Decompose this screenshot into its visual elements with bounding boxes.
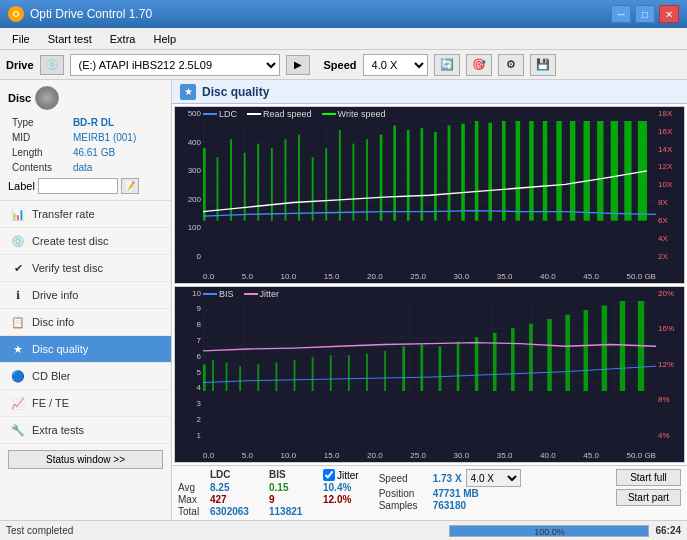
svg-rect-2: [217, 157, 219, 220]
bis-x-axis: 0.0 5.0 10.0 15.0 20.0 25.0 30.0 35.0 40…: [203, 451, 656, 460]
progress-bar: 100.0%: [449, 525, 649, 537]
svg-rect-17: [420, 128, 423, 220]
cd-bler-label: CD Bler: [32, 370, 71, 382]
sidebar-item-disc-quality[interactable]: ★Disc quality: [0, 336, 171, 363]
svg-rect-22: [488, 123, 492, 221]
svg-rect-4: [244, 153, 246, 221]
svg-rect-55: [547, 319, 552, 391]
sidebar-item-fe-te[interactable]: 📈FE / TE: [0, 390, 171, 417]
svg-rect-20: [461, 124, 465, 221]
bis-chart-legend: BIS Jitter: [203, 289, 279, 299]
svg-rect-36: [212, 359, 214, 391]
refresh-button[interactable]: 🔄: [434, 54, 460, 76]
svg-rect-7: [285, 139, 287, 221]
svg-rect-32: [624, 121, 631, 221]
extra-tests-label: Extra tests: [32, 424, 84, 436]
disc-label-input[interactable]: [38, 178, 118, 194]
start-part-button[interactable]: Start part: [616, 489, 681, 506]
menu-extra[interactable]: Extra: [102, 31, 144, 47]
svg-rect-1: [203, 148, 206, 220]
svg-rect-16: [407, 130, 410, 221]
ldc-legend: LDC: [203, 109, 237, 119]
speed-info-value: 1.73 X: [433, 473, 462, 484]
sidebar-item-create-test-disc[interactable]: 💿Create test disc: [0, 228, 171, 255]
svg-rect-38: [239, 366, 241, 391]
max-bis: 9: [269, 494, 319, 505]
svg-rect-10: [325, 148, 327, 220]
samples-value: 763180: [433, 500, 466, 511]
fe-te-icon: 📈: [10, 395, 26, 411]
extra-tests-icon: 🔧: [10, 422, 26, 438]
main-layout: Disc Type BD-R DL MID MEIRB1 (001) Lengt…: [0, 80, 687, 520]
status-text: Test completed: [6, 525, 443, 536]
position-row: Position 47731 MB: [379, 488, 521, 499]
menu-file[interactable]: File: [4, 31, 38, 47]
drive-info-icon: ℹ: [10, 287, 26, 303]
svg-rect-21: [475, 121, 479, 221]
position-label: Position: [379, 488, 429, 499]
disc-quality-title: Disc quality: [202, 85, 269, 99]
position-value: 47731 MB: [433, 488, 479, 499]
sidebar-item-cd-bler[interactable]: 🔵CD Bler: [0, 363, 171, 390]
nav-menu: 📊Transfer rate💿Create test disc✔Verify t…: [0, 201, 171, 444]
jitter-check: Jitter: [323, 469, 359, 481]
disc-quality-icon: ★: [10, 341, 26, 357]
disc-info-table: Type BD-R DL MID MEIRB1 (001) Length 46.…: [8, 114, 163, 176]
config2-button[interactable]: ⚙: [498, 54, 524, 76]
label-set-button[interactable]: 📝: [121, 178, 139, 194]
samples-label: Samples: [379, 500, 429, 511]
avg-row: Avg 8.25 0.15 10.4%: [178, 482, 359, 493]
svg-rect-42: [312, 357, 314, 391]
start-full-button[interactable]: Start full: [616, 469, 681, 486]
mid-label: MID: [10, 131, 69, 144]
menu-start-test[interactable]: Start test: [40, 31, 100, 47]
svg-rect-52: [493, 332, 497, 391]
max-row: Max 427 9 12.0%: [178, 494, 359, 505]
sidebar-item-verify-test-disc[interactable]: ✔Verify test disc: [0, 255, 171, 282]
svg-rect-57: [584, 310, 589, 392]
speed-select[interactable]: 4.0 X: [363, 54, 428, 76]
max-ldc: 427: [210, 494, 265, 505]
svg-rect-50: [457, 341, 460, 391]
drive-select[interactable]: (E:) ATAPI iHBS212 2.5L09: [70, 54, 280, 76]
svg-rect-24: [516, 121, 521, 221]
svg-rect-14: [380, 135, 383, 221]
status-window-button[interactable]: Status window >>: [8, 450, 163, 469]
save-button[interactable]: 💾: [530, 54, 556, 76]
bis-y-axis-left: 10 9 8 7 6 5 4 3 2 1: [175, 287, 203, 443]
svg-rect-41: [294, 359, 296, 391]
length-value: 46.61 GB: [71, 146, 161, 159]
sidebar-item-disc-info[interactable]: 📋Disc info: [0, 309, 171, 336]
speed-info-select[interactable]: 4.0 X: [466, 469, 521, 487]
drive-action-icon[interactable]: ▶: [286, 55, 310, 75]
disc-length-row: Length 46.61 GB: [10, 146, 161, 159]
svg-rect-31: [611, 121, 618, 221]
max-label: Max: [178, 494, 206, 505]
minimize-button[interactable]: ─: [611, 5, 631, 23]
svg-rect-58: [602, 305, 607, 391]
svg-rect-35: [203, 364, 206, 391]
drive-eject-icon[interactable]: 💿: [40, 55, 64, 75]
svg-rect-49: [439, 346, 442, 391]
svg-rect-43: [330, 355, 332, 391]
label-field-label: Label: [8, 180, 35, 192]
svg-rect-28: [570, 121, 575, 221]
menu-help[interactable]: Help: [145, 31, 184, 47]
close-button[interactable]: ✕: [659, 5, 679, 23]
sidebar-item-transfer-rate[interactable]: 📊Transfer rate: [0, 201, 171, 228]
stats-header-row: LDC BIS Jitter: [178, 469, 359, 481]
status-bar: Test completed 100.0% 66:24: [0, 520, 687, 540]
total-label: Total: [178, 506, 206, 517]
svg-rect-11: [339, 130, 341, 221]
sidebar-item-extra-tests[interactable]: 🔧Extra tests: [0, 417, 171, 444]
avg-bis: 0.15: [269, 482, 319, 493]
verify-test-disc-icon: ✔: [10, 260, 26, 276]
bis-col-header: BIS: [269, 469, 319, 481]
config1-button[interactable]: 🎯: [466, 54, 492, 76]
total-ldc: 6302063: [210, 506, 265, 517]
sidebar-item-drive-info[interactable]: ℹDrive info: [0, 282, 171, 309]
jitter-checkbox[interactable]: [323, 469, 335, 481]
contents-value: data: [71, 161, 161, 174]
maximize-button[interactable]: □: [635, 5, 655, 23]
bis-chart-svg: [203, 301, 656, 392]
